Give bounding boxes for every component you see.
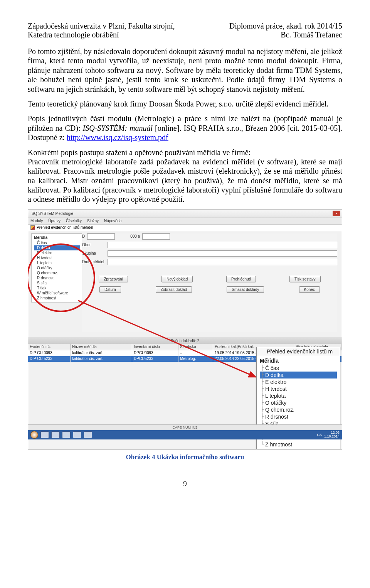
input-obor[interactable] <box>108 242 337 248</box>
panel-icon <box>30 225 35 230</box>
zoom-item-H[interactable]: ├ H tvrdost <box>260 385 337 392</box>
panel-title-text: Přehled evidenčních listů měřidel <box>37 225 93 230</box>
taskbar-lang[interactable]: CS <box>317 433 322 437</box>
paragraph-3: Popis jednotlivých částí modulu (Metrolo… <box>28 114 342 142</box>
tree-item-Q[interactable]: Q chem.roz. <box>34 270 80 275</box>
tree-item-R[interactable]: R drsnost <box>34 275 80 280</box>
header-left-1: Západočeská univerzita v Plzni, Fakulta … <box>28 22 175 30</box>
label-obor: Obor <box>82 243 105 247</box>
menu-ciselniky[interactable]: Číselníky <box>66 219 82 223</box>
category-tree[interactable]: Měřidla Č časD délkaE elektroH tvrdostL … <box>31 233 83 302</box>
figure-caption: Obrázek 4 Ukázka informačního softwaru <box>28 453 342 461</box>
form-area: D 000 a Obor Skupina Dr <box>82 233 337 332</box>
paragraph-2: Tento teoretický plánovaný krok firmy Do… <box>28 99 342 108</box>
zoom-item-D[interactable]: ├ D délka <box>260 372 337 378</box>
status-bar: CAPS NUM INS <box>28 424 342 430</box>
taskbar-app-3[interactable] <box>62 431 71 438</box>
grid-header-4[interactable]: Středisko <box>178 344 213 350</box>
btn-konec[interactable]: Konec <box>299 286 320 293</box>
screenshot-figure: ISQ-SYSTÉM Metrologie × Moduly Úpravy Čí… <box>28 210 342 449</box>
tree-item-H[interactable]: H tvrdost <box>34 255 80 260</box>
btn-tisk[interactable]: Tisk sestavy <box>289 276 321 282</box>
taskbar-clock[interactable]: 12:03 1.10.2014 <box>324 431 340 439</box>
zoom-tree-header: Měřidla <box>257 356 340 364</box>
taskbar-app-4[interactable] <box>73 431 81 438</box>
isq-link[interactable]: http://www.isq.cz/isq-system.pdf <box>67 133 168 142</box>
window-titlebar: ISQ-SYSTÉM Metrologie × <box>28 210 342 218</box>
menu-sluzby[interactable]: Služby <box>87 219 99 223</box>
close-icon[interactable]: × <box>333 211 340 216</box>
btn-smazat[interactable]: Smazat doklady <box>227 286 264 293</box>
grid-header-3[interactable]: Inventární číslo <box>132 344 178 350</box>
zoom-item-L[interactable]: ├ L teplota <box>260 392 337 399</box>
grid-header-2[interactable]: Název měřidla <box>71 344 132 350</box>
tree-item-D[interactable]: D délka <box>34 245 80 250</box>
btn-zpracovani[interactable]: Zpracování <box>99 276 128 282</box>
paragraph-1: Po tomto zjištění, by následovalo doporu… <box>28 47 342 94</box>
header-left-2: Katedra technologie obrábění <box>28 30 119 39</box>
input-skupina[interactable] <box>108 250 337 257</box>
tree-item-Z[interactable]: Z hmotnost <box>34 296 80 301</box>
menu-moduly[interactable]: Moduly <box>30 219 43 223</box>
window-menu: Moduly Úpravy Číselníky Služby Nápověda <box>28 218 342 225</box>
zoom-panel-icon <box>259 349 264 354</box>
btn-prohlizeni[interactable]: Prohlédnutí <box>226 276 256 282</box>
input-druh[interactable] <box>108 259 337 265</box>
btn-datum[interactable]: Datum <box>99 286 121 293</box>
zoom-item-Z[interactable]: └ Z hmotnost <box>260 441 337 448</box>
tree-item-Č[interactable]: Č čas <box>34 240 80 245</box>
btn-zobrazit[interactable]: Zobrazit doklad <box>156 286 192 293</box>
taskbar-app-1[interactable] <box>40 431 49 438</box>
body-text: Po tomto zjištění, by následovalo doporu… <box>28 47 342 204</box>
label-d: D <box>82 234 85 238</box>
tree-item-O[interactable]: O otáčky <box>34 265 80 270</box>
btn-novy[interactable]: Nový doklad <box>161 276 193 282</box>
header-right-1: Diplomová práce, akad. rok 2014/15 <box>229 22 342 30</box>
grid-header-1[interactable]: Evidenční č. <box>28 344 71 350</box>
zoom-panel-title: Přehled evidenčních listů m <box>267 348 333 355</box>
zoom-item-E[interactable]: ├ E elektro <box>260 378 337 385</box>
tree-item-T[interactable]: T tlak <box>34 286 80 291</box>
start-button-icon[interactable] <box>30 431 38 439</box>
input-d[interactable] <box>87 233 115 240</box>
label-skupina: Skupina <box>82 251 105 255</box>
window-title-text: ISQ-SYSTÉM Metrologie <box>30 211 73 216</box>
tree-header: Měřidla <box>34 235 80 240</box>
menu-upravy[interactable]: Úpravy <box>48 219 61 223</box>
zoom-item-Č[interactable]: ├ Č čas <box>260 365 337 372</box>
menu-napoveda[interactable]: Nápověda <box>104 219 122 223</box>
zoom-item-O[interactable]: ├ O otáčky <box>260 399 337 406</box>
page-number: 9 <box>28 480 342 488</box>
page-header: Západočeská univerzita v Plzni, Fakulta … <box>28 22 342 41</box>
tree-item-L[interactable]: L teplota <box>34 260 80 265</box>
label-druh: Druh měřidel <box>82 260 105 264</box>
zoom-item-Q[interactable]: ├ Q chem.roz. <box>260 406 337 413</box>
tree-item-S[interactable]: S síla <box>34 280 80 286</box>
tree-item-W[interactable]: W měřící software <box>34 291 80 296</box>
taskbar-app-5[interactable] <box>84 431 92 438</box>
zoom-item-R[interactable]: ├ R drsnost <box>260 413 337 420</box>
paragraph-4: Konkrétní popis postupu stažení a opětov… <box>28 148 342 157</box>
panel-titlebar: Přehled evidenčních listů měřidel <box>28 225 342 231</box>
taskbar: CS 12:03 1.10.2014 <box>28 430 342 439</box>
paragraph-5: Pracovník metrologické laboratoře zadá p… <box>28 157 342 204</box>
input-od[interactable] <box>142 233 170 240</box>
header-right-2: Bc. Tomáš Trefanec <box>281 30 342 39</box>
label-od: 000 a <box>130 234 140 238</box>
taskbar-app-2[interactable] <box>51 431 60 438</box>
tree-item-E[interactable]: E elektro <box>34 250 80 255</box>
